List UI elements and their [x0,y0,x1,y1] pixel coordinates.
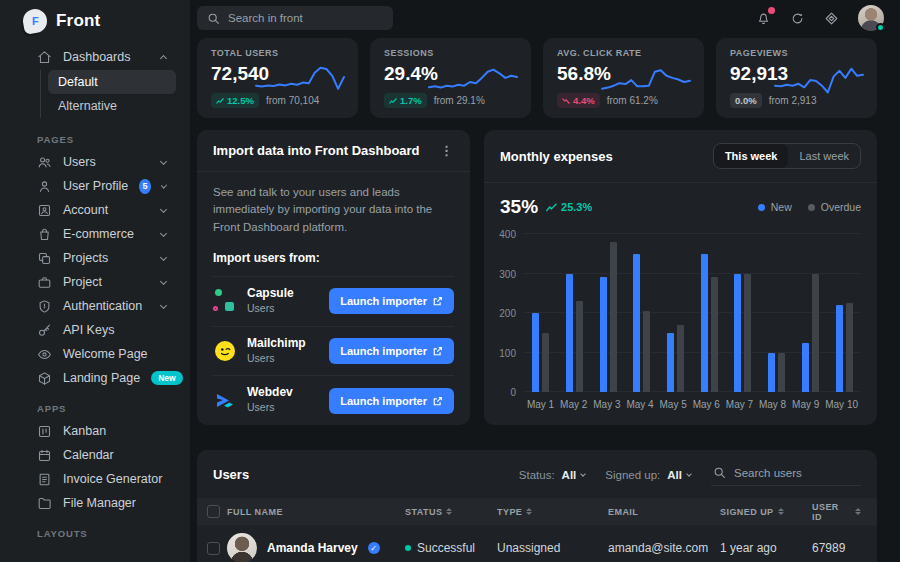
global-search[interactable] [197,6,393,30]
trend-up-icon [216,97,224,105]
x-tick: May 6 [693,399,720,410]
sidebar-item-projects[interactable]: Projects [14,246,176,270]
x-tick: May 3 [593,399,620,410]
sidebar-item-welcome-page[interactable]: Welcome Page [14,342,176,366]
x-tick: May 9 [792,399,819,410]
delta-badge: 1.7% [384,93,427,108]
sidebar-item-authentication[interactable]: Authentication [14,294,176,318]
notification-dot [768,7,775,14]
sidebar-item-ecommerce[interactable]: E-commerce [14,222,176,246]
launch-importer-button[interactable]: Launch importer [329,338,454,364]
notification-bell-icon[interactable] [756,11,771,26]
sidebar-item-alternative[interactable]: Alternative [48,94,176,118]
launch-importer-button[interactable]: Launch importer [329,288,454,314]
sidebar-item-file-manager[interactable]: File Manager [14,491,176,515]
status-filter[interactable]: Status: All [519,469,586,481]
sidebar-item-landing-page[interactable]: Landing Page New [14,366,176,390]
sidebar-item-users[interactable]: Users [14,150,176,174]
bar-new-may-5 [667,333,674,392]
calendar-icon [37,448,52,463]
id-card-icon [37,203,52,218]
stat-label: TOTAL USERS [211,48,344,58]
col-signed-up[interactable]: SIGNED UP [720,507,812,517]
x-tick: May 2 [560,399,587,410]
front-logo-icon: F [21,7,49,35]
col-type[interactable]: TYPE [497,507,608,517]
sort-icon [446,508,452,515]
bar-overdue-may-6 [711,277,718,392]
signed-up-filter[interactable]: Signed up: All [605,469,691,481]
y-tick: 300 [499,268,516,279]
sidebar-item-default[interactable]: Default [48,70,176,94]
sidebar-item-project[interactable]: Project [14,270,176,294]
brand-logo[interactable]: F Front [0,0,190,43]
sidebar-item-kanban[interactable]: Kanban [14,419,176,443]
external-link-icon [433,396,443,406]
week-toggle: This week Last week [713,143,861,169]
launch-importer-button[interactable]: Launch importer [329,388,454,414]
y-tick: 400 [499,229,516,240]
section-header-pages: Pages [14,121,176,150]
x-tick: May 10 [825,399,858,410]
expenses-delta: 25.3% [546,201,592,213]
select-all-checkbox[interactable] [207,505,220,518]
external-link-icon [433,346,443,356]
chevron-down-icon [686,471,692,477]
user-avatar[interactable] [858,5,884,31]
bar-overdue-may-3 [610,242,617,392]
import-source-capsule: Capsule Users Launch importer [213,276,454,326]
expenses-title: Monthly expenses [500,149,613,164]
delta-badge: 12.5% [211,93,259,108]
stat-card-total-users: TOTAL USERS 72,540 12.5% from 70,104 [197,38,358,118]
col-status[interactable]: STATUS [405,507,497,517]
tab-last-week[interactable]: Last week [788,144,860,168]
pageviews-sparkline [773,58,865,100]
sidebar-item-account[interactable]: Account [14,198,176,222]
home-icon [37,50,52,65]
middle-row: Import data into Front Dashboard ⋮ See a… [197,130,877,425]
trend-up-icon [389,97,397,105]
x-tick: May 4 [626,399,653,410]
sidebar-item-invoice-generator[interactable]: Invoice Generator [14,467,176,491]
more-options-icon[interactable]: ⋮ [440,143,454,158]
briefcase-icon [37,275,52,290]
dashboards-children: Default Alternative [40,70,176,118]
chart-plot-area [524,234,861,392]
expenses-bar-chart: 0100200300400 May 1May 2May 3May 4May 5M… [484,222,877,410]
bar-new-may-7 [734,274,741,393]
users-search-input[interactable] [734,467,859,479]
activity-refresh-icon[interactable] [790,11,805,26]
x-tick: May 5 [660,399,687,410]
chevron-up-icon [160,55,167,62]
stats-row: TOTAL USERS 72,540 12.5% from 70,104 SES… [197,38,877,118]
search-input[interactable] [228,12,383,24]
bar-overdue-may-9 [812,274,819,393]
invoice-icon [37,472,52,487]
main-content: TOTAL USERS 72,540 12.5% from 70,104 SES… [197,38,877,562]
sidebar-item-dashboards[interactable]: Dashboards [14,45,176,69]
sidebar-item-label: Dashboards [63,50,150,64]
col-full-name[interactable]: FULL NAME [227,507,405,517]
table-row[interactable]: Amanda Harvey ✓ Successful Unassigned am… [197,525,877,562]
x-tick: May 7 [726,399,753,410]
import-data-card: Import data into Front Dashboard ⋮ See a… [197,130,470,425]
chevron-down-icon [160,205,167,212]
tab-this-week[interactable]: This week [714,144,789,168]
layers-icon[interactable] [824,11,839,26]
row-checkbox[interactable] [207,542,220,555]
chevron-down-icon [160,157,167,164]
search-icon [207,12,220,25]
bar-new-may-6 [701,254,708,392]
col-email[interactable]: EMAIL [608,507,720,517]
sidebar-item-calendar[interactable]: Calendar [14,443,176,467]
users-search[interactable] [711,463,861,486]
chevron-down-icon [160,277,167,284]
users-icon [37,155,52,170]
bar-new-may-2 [566,274,573,393]
col-user-id[interactable]: USER ID [812,502,861,522]
sidebar-item-user-profile[interactable]: User Profile 5 [14,174,176,198]
folder-icon [37,496,52,511]
sort-icon [855,508,861,515]
sidebar-item-api-keys[interactable]: API Keys [14,318,176,342]
capsule-logo-icon [213,289,237,313]
